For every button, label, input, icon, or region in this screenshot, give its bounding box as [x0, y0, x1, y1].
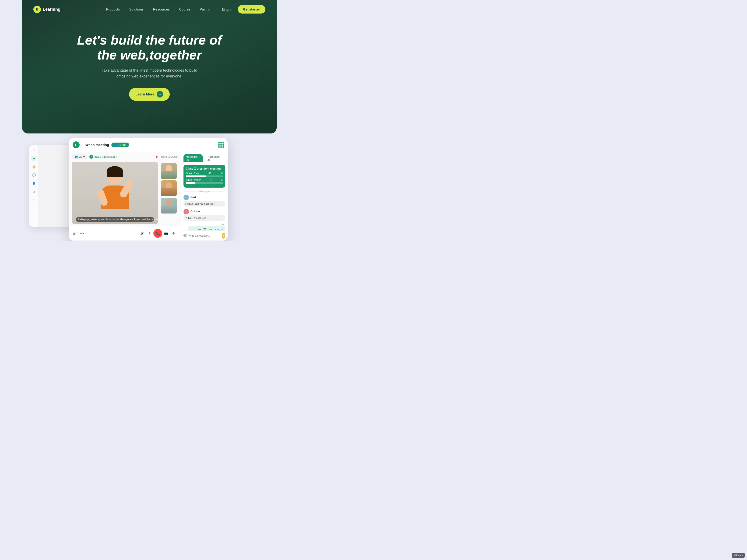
cards-area: ⌂ ▶ 🔔 💬 👤 ⚙ ⬚ ▶ ‹ Weeb meeting 👥 Group — [22, 138, 277, 241]
logo-icon: E — [33, 6, 41, 13]
panel-content: Class X president election Alberto Sam 5… — [181, 162, 228, 231]
panel-tabs: Messages (4) Practicipant (5) — [181, 152, 228, 162]
hero-section: E Learning Products Solutions Resources … — [22, 0, 277, 133]
hero-subtitle: Take advantage of the latest modern tech… — [100, 68, 199, 79]
get-started-button[interactable]: Get started — [238, 5, 265, 14]
thumbnail-2[interactable] — [161, 180, 177, 196]
poll-title: Class X president election — [186, 167, 223, 170]
thumbnail-3[interactable] — [161, 197, 177, 213]
poll-candidate-1: Alberto Sam 55% — [186, 172, 223, 177]
chat-bubble-octavia: Yuhuu, we can Jes — [183, 215, 225, 221]
end-call-button[interactable]: 📞 — [153, 229, 162, 238]
back-arrow-icon[interactable]: ‹ — [82, 143, 83, 147]
video-area: 👥 32 ▾ + Invite a participant Record 00:… — [69, 152, 181, 241]
grid-dots-icon[interactable] — [218, 142, 224, 148]
hero-title: Let's build the future of the web,togeth… — [33, 33, 265, 63]
right-panel: Messages (4) Practicipant (5) Class X pr… — [181, 152, 228, 241]
side-logout-icon[interactable]: ⬚ — [31, 198, 36, 203]
side-bell-icon[interactable]: 🔔 — [31, 164, 36, 169]
play-button[interactable]: ▶ — [73, 141, 80, 149]
avatar-devi — [183, 195, 189, 200]
video-controls-bar: 👥 32 ▾ + Invite a participant Record 00:… — [69, 152, 181, 162]
record-indicator: Record 00:25:38 — [156, 155, 178, 158]
invite-button[interactable]: + Invite a participant — [89, 155, 117, 159]
main-meeting-card: ▶ ‹ Weeb meeting 👥 Group — [69, 138, 228, 241]
person-head — [108, 168, 122, 184]
video-person-figure — [94, 168, 136, 219]
thumbnail-1[interactable] — [161, 163, 177, 179]
nav-links: Products Solutions Resources Course Pric… — [106, 7, 210, 11]
chat-name-devi: Devi — [190, 195, 196, 198]
tools-grid-icon: ⊞ — [73, 231, 76, 235]
nav-course[interactable]: Course — [179, 7, 190, 11]
learn-more-button[interactable]: Learn More → — [129, 88, 170, 101]
chat-message-octavia: Octavia Yuhuu, we can Jes — [183, 209, 225, 221]
main-video: You — [72, 162, 158, 224]
settings-button[interactable]: ⚙ — [170, 230, 177, 237]
poll-bar-fill-1 — [186, 176, 206, 177]
message-input-bar: 💬 ▶ — [181, 231, 228, 241]
avatar-octavia — [183, 209, 189, 214]
arrow-icon: → — [157, 91, 163, 98]
person-arm-right — [119, 179, 134, 198]
video-caption: Hello guys, yesterday we discuss about M… — [76, 217, 154, 222]
logo[interactable]: E Learning — [33, 6, 60, 13]
sign-in-link[interactable]: Sing in — [222, 7, 232, 11]
side-home-icon[interactable]: ⌂ — [31, 148, 36, 153]
card-toolbar: ⊞ Tools 🔊 🎙 📞 📷 ⚙ — [69, 226, 181, 241]
poll-candidate-2: Julian Smithen 25% — [186, 179, 223, 184]
participants-tab[interactable]: Practicipant (5) — [205, 154, 225, 162]
chevron-down-icon: ▾ — [83, 155, 85, 158]
poll-bar-fill-2 — [186, 182, 195, 184]
chat-bubble-you: Yup, We odon hear you — [188, 226, 225, 231]
person-body — [101, 186, 129, 209]
group-icon: 👥 — [114, 143, 118, 146]
own-label: You — [183, 223, 225, 226]
nav-pricing[interactable]: Pricing — [200, 7, 210, 11]
send-button[interactable]: ▶ — [222, 233, 225, 239]
poll-bar-bg-1 — [186, 176, 223, 177]
side-video-icon[interactable]: ▶ — [31, 156, 36, 161]
nav-resources[interactable]: Resources — [153, 7, 170, 11]
person-arm-left — [96, 189, 108, 207]
side-settings-icon[interactable]: ⚙ — [31, 189, 36, 195]
messages-tab[interactable]: Messages (4) — [183, 154, 203, 162]
messages-divider: Messages — [183, 190, 225, 193]
nav-products[interactable]: Products — [106, 7, 120, 11]
card-topbar: ▶ ‹ Weeb meeting 👥 Group — [69, 138, 228, 152]
hero-content: Let's build the future of the web,togeth… — [22, 19, 277, 115]
person-hair — [107, 166, 123, 177]
message-icon: 💬 — [183, 234, 187, 237]
card-body: 👥 32 ▾ + Invite a participant Record 00:… — [69, 152, 228, 241]
video-thumbnails — [161, 162, 178, 224]
camera-button[interactable]: 📷 — [162, 230, 170, 237]
record-dot — [156, 156, 158, 158]
add-icon: + — [89, 155, 93, 159]
chat-message-devi: Devi Hi guys, can you hear me? — [183, 195, 225, 207]
message-input[interactable] — [188, 234, 221, 237]
chat-bubble-devi: Hi guys, can you hear me? — [183, 201, 225, 207]
poll-bar-bg-2 — [186, 182, 223, 184]
side-card-sidebar: ⌂ ▶ 🔔 💬 👤 ⚙ ⬚ — [29, 145, 38, 227]
side-people-icon[interactable]: 👤 — [31, 181, 36, 186]
mic-button[interactable]: 🎙 — [146, 230, 153, 237]
navbar: E Learning Products Solutions Resources … — [22, 0, 277, 19]
logo-text: Learning — [43, 7, 60, 12]
participant-count[interactable]: 👥 32 ▾ — [72, 154, 87, 159]
poll-card: Class X president election Alberto Sam 5… — [183, 165, 225, 188]
nav-right: Sing in Get started — [222, 5, 265, 14]
nav-solutions[interactable]: Solutions — [129, 7, 144, 11]
meeting-title: Weeb meeting — [85, 143, 109, 147]
chat-name-octavia: Octavia — [190, 210, 200, 213]
poll-label-2: Julian Smithen 25% — [186, 179, 223, 181]
poll-label-1: Alberto Sam 55% — [186, 172, 223, 175]
group-badge: 👥 Group — [111, 142, 129, 147]
tools-label: ⊞ Tools — [73, 231, 84, 235]
participants-icon: 👥 — [75, 155, 78, 158]
side-chat-icon[interactable]: 💬 — [31, 173, 36, 178]
speaker-button[interactable]: 🔊 — [138, 230, 146, 237]
chat-message-you: You Yup, We odon hear you — [183, 223, 225, 231]
